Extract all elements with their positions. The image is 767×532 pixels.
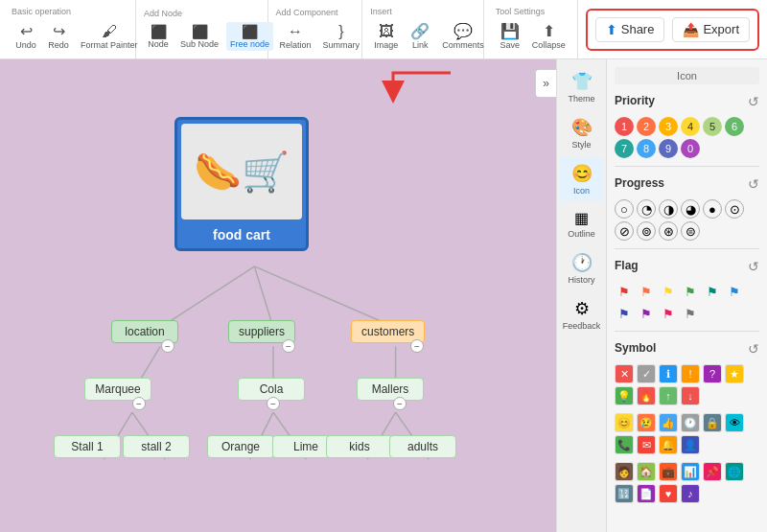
sym-doc[interactable]: 📄 [637,484,656,503]
priority-9[interactable]: 9 [659,139,678,158]
food-cart-node[interactable]: 🌭🛒 food cart [174,117,309,251]
suppliers-collapse[interactable]: − [282,339,295,353]
image-button[interactable]: 🖼 Image [370,21,402,52]
free-node-button[interactable]: ⬛ Free node [226,22,273,51]
flag-orange[interactable]: ⚑ [637,282,656,301]
marquee-collapse[interactable]: − [132,397,146,410]
sub-node-button[interactable]: ⬛ Sub Node [176,22,222,51]
priority-1[interactable]: 1 [615,117,634,136]
node-button[interactable]: ⬛ Node [144,22,173,51]
format-painter-button[interactable]: 🖌 Format Painter [77,21,142,52]
sym-light-green[interactable]: 💡 [615,386,634,405]
sym-bag[interactable]: 💼 [659,462,678,481]
sym-clock[interactable]: 🕐 [681,413,700,432]
location-collapse[interactable]: − [161,339,174,353]
stall1-node[interactable]: Stall 1 [54,435,121,458]
flag-indigo[interactable]: ⚑ [615,304,634,323]
priority-2[interactable]: 2 [637,117,656,136]
flag-green[interactable]: ⚑ [681,282,700,301]
sym-thumb[interactable]: 👍 [659,413,678,432]
adults-node[interactable]: adults [389,435,456,458]
comments-button[interactable]: 💬 Comments [438,20,488,52]
progress-5[interactable]: ⊙ [725,199,744,219]
flag-reset-button[interactable]: ↺ [748,259,759,274]
flag-red[interactable]: ⚑ [615,282,634,301]
sym-lock[interactable]: 🔒 [703,413,722,432]
mallers-collapse[interactable]: − [393,397,407,410]
sym-fire[interactable]: 🔥 [637,386,656,405]
progress-2[interactable]: ◑ [659,199,678,219]
sym-mail[interactable]: ✉ [637,435,656,454]
sym-up-green[interactable]: ↑ [659,386,678,405]
sym-person[interactable]: 🧑 [615,462,634,481]
flag-pink[interactable]: ⚑ [659,304,678,323]
sym-chart[interactable]: 📊 [681,462,700,481]
priority-reset-button[interactable]: ↺ [748,94,759,109]
symbol-reset-button[interactable]: ↺ [748,341,759,357]
link-button[interactable]: 🔗 Link [406,20,434,52]
sym-eye[interactable]: 👁 [725,413,744,432]
priority-0[interactable]: 0 [681,139,700,158]
priority-4[interactable]: 4 [681,117,700,136]
progress-8[interactable]: ⊛ [659,221,678,241]
sidebar-item-icon[interactable]: 😊 Icon [560,157,604,201]
save-button[interactable]: 💾 Save [496,20,524,52]
relation-button[interactable]: ↔ Relation [276,21,315,52]
cola-collapse[interactable]: − [267,397,280,410]
priority-3[interactable]: 3 [659,117,678,136]
sym-heart[interactable]: ♥ [659,484,678,503]
progress-7[interactable]: ⊚ [637,221,656,241]
progress-4[interactable]: ● [703,199,722,219]
progress-3[interactable]: ◕ [681,199,700,219]
sym-smile[interactable]: 😊 [615,413,634,432]
priority-7[interactable]: 7 [615,139,634,158]
progress-9[interactable]: ⊜ [681,221,700,241]
sym-globe[interactable]: 🌐 [725,462,744,481]
flag-yellow[interactable]: ⚑ [659,282,678,301]
progress-6[interactable]: ⊘ [615,221,634,241]
sym-sad[interactable]: 😢 [637,413,656,432]
sym-home[interactable]: 🏠 [637,462,656,481]
flag-teal[interactable]: ⚑ [703,282,722,301]
undo-button[interactable]: ↩ Undo [12,20,40,52]
mallers-node[interactable]: Mallers [357,378,424,401]
flag-purple[interactable]: ⚑ [637,304,656,323]
share-button[interactable]: ⬆ Share [595,17,665,42]
collapse-button[interactable]: ⬆ Collapse [528,20,569,52]
sidebar-item-feedback[interactable]: ⚙ Feedback [560,292,604,336]
kids-node[interactable]: kids [326,435,393,458]
progress-reset-button[interactable]: ↺ [748,176,759,192]
sym-music[interactable]: ♪ [681,484,700,503]
customers-collapse[interactable]: − [410,339,424,353]
sym-excl-orange[interactable]: ! [681,364,700,383]
sidebar-item-theme[interactable]: 👕 Theme [560,65,604,109]
sym-star-yellow[interactable]: ★ [725,364,744,383]
summary-button[interactable]: } Summary [319,21,364,52]
sym-x[interactable]: ✕ [615,364,634,383]
sidebar-item-style[interactable]: 🎨 Style [560,111,604,155]
sidebar-item-outline[interactable]: ▦ Outline [560,203,604,244]
canvas-area[interactable]: » [0,59,556,532]
sidebar-item-history[interactable]: 🕐 History [560,246,604,290]
priority-8[interactable]: 8 [637,139,656,158]
panel-collapse-button[interactable]: » [535,69,556,98]
export-button[interactable]: 📤 Export [672,17,750,42]
flag-gray[interactable]: ⚑ [681,304,700,323]
sym-calc[interactable]: 🔢 [615,484,634,503]
stall2-node[interactable]: stall 2 [123,435,190,458]
progress-0[interactable]: ○ [615,199,634,219]
progress-1[interactable]: ◔ [637,199,656,219]
priority-6[interactable]: 6 [725,117,744,136]
sym-info-blue[interactable]: ℹ [659,364,678,383]
sym-bell[interactable]: 🔔 [659,435,678,454]
sym-q-purple[interactable]: ? [703,364,722,383]
priority-5[interactable]: 5 [703,117,722,136]
sym-people[interactable]: 👤 [681,435,700,454]
flag-blue[interactable]: ⚑ [725,282,744,301]
sym-check-gray[interactable]: ✓ [637,364,656,383]
sym-pin[interactable]: 📌 [703,462,722,481]
sym-down-red[interactable]: ↓ [681,386,700,405]
orange-node[interactable]: Orange [207,435,274,458]
redo-button[interactable]: ↪ Redo [44,20,73,52]
sym-phone[interactable]: 📞 [615,435,634,454]
